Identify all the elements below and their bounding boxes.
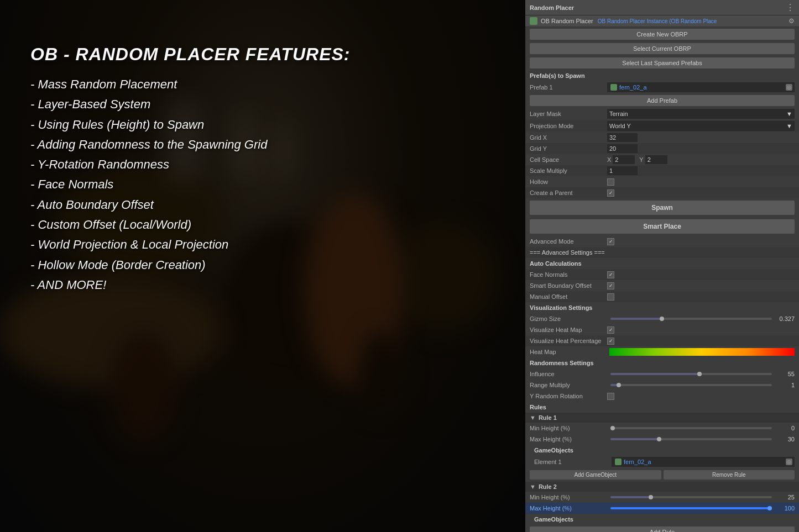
inspector-panel[interactable]: Random Placer ⋮ OB Random Placer OB Rand… (525, 0, 799, 532)
rule1-min-height-row: Min Height (%) 0 (525, 423, 799, 434)
select-last-button[interactable]: Select Last Spawned Prefabs (530, 57, 795, 69)
face-normals-checkbox[interactable] (607, 271, 614, 278)
add-rule-button[interactable]: Add Rule (530, 526, 795, 532)
y-random-label: Y Random Rotation (530, 393, 607, 399)
feature-item: - Adding Randomness to the Spawning Grid (30, 135, 351, 155)
rule1-arrow: ▼ (530, 414, 536, 421)
projection-mode-dropdown[interactable]: World Y ▼ (607, 121, 795, 131)
create-parent-checkbox[interactable] (607, 189, 614, 197)
inspector-menu-icon[interactable]: ⋮ (786, 2, 795, 13)
cell-y-input[interactable] (645, 155, 667, 164)
y-label: Y (639, 156, 643, 163)
prefab1-field[interactable]: fern_02_a ◎ (607, 82, 795, 92)
create-obrp-button[interactable]: Create New OBRP (530, 29, 795, 40)
prefab1-dot[interactable]: ◎ (786, 84, 792, 91)
rule2-arrow: ▼ (530, 483, 536, 490)
rule2-min-height-label: Min Height (%) (530, 494, 607, 501)
scale-multiply-input[interactable] (607, 166, 638, 175)
y-random-row: Y Random Rotation (525, 391, 799, 402)
advanced-mode-checkbox[interactable] (607, 238, 614, 245)
rule2-min-thumb[interactable] (649, 495, 653, 499)
influence-row: Influence 55 (525, 368, 799, 380)
face-normals-row: Face Normals (525, 269, 799, 280)
cell-space-inputs: X Y (607, 155, 795, 164)
gizmo-size-label: Gizmo Size (530, 315, 607, 322)
rule1-element1-icon (615, 459, 622, 465)
rule1-element1-dot[interactable]: ◎ (786, 459, 792, 465)
inspector-title: Random Placer (530, 4, 574, 11)
range-multiply-slider[interactable] (610, 384, 772, 386)
gizmo-size-thumb[interactable] (660, 317, 664, 321)
rule1-element1-label: Element 1 (534, 459, 612, 465)
visualize-heat-pct-checkbox[interactable] (607, 338, 614, 345)
rule1-min-slider[interactable] (610, 427, 772, 429)
scale-multiply-row: Scale Multiply (525, 165, 799, 176)
range-multiply-value: 1 (775, 382, 795, 388)
advanced-mode-label: Advanced Mode (530, 238, 607, 245)
influence-thumb[interactable] (697, 372, 702, 376)
manual-offset-checkbox[interactable] (607, 293, 614, 301)
rule1-min-value: 0 (775, 425, 795, 431)
y-random-checkbox[interactable] (607, 393, 614, 400)
rule2-max-height-label: Max Height (%) (530, 505, 607, 512)
grid-x-input[interactable]: 32 (607, 133, 638, 142)
x-label: X (607, 156, 611, 163)
rule2-header[interactable]: ▼ Rule 2 (525, 482, 799, 492)
rule1-max-height-label: Max Height (%) (530, 436, 607, 443)
heat-map-bar[interactable] (609, 348, 795, 356)
range-multiply-thumb[interactable] (617, 383, 621, 387)
face-normals-label: Face Normals (530, 271, 607, 278)
rule1-element1-row: Element 1 fern_02_a ◎ (525, 456, 799, 468)
scale-multiply-label: Scale Multiply (530, 167, 607, 174)
cell-space-row: Cell Space X Y (525, 154, 799, 165)
rule1-max-slider[interactable] (610, 438, 772, 440)
feature-item: - Y-Rotation Randomness (30, 155, 351, 175)
hollow-checkbox[interactable] (607, 178, 614, 186)
component-settings-icon[interactable]: ⚙ (788, 17, 795, 25)
visualize-heat-pct-row: Visualize Heat Percentage (525, 335, 799, 346)
layer-mask-dropdown[interactable]: Terrain ▼ (607, 109, 795, 119)
hollow-row: Hollow (525, 176, 799, 187)
influence-slider[interactable] (610, 373, 772, 375)
prefab1-label: Prefab 1 (530, 84, 607, 91)
rule1-max-thumb[interactable] (657, 437, 661, 441)
cell-x-input[interactable] (613, 155, 635, 164)
auto-calc-header: Auto Calculations (525, 258, 799, 269)
rule2-min-slider[interactable] (610, 496, 772, 498)
grid-y-input[interactable]: 20 (607, 144, 638, 153)
remove-rule-button[interactable]: Remove Rule (664, 470, 795, 480)
cell-space-label: Cell Space (530, 156, 607, 163)
add-prefab-button[interactable]: Add Prefab (530, 95, 795, 106)
advanced-settings-row: === Advanced Settings === (525, 247, 799, 258)
influence-label: Influence (530, 371, 607, 377)
gizmo-size-slider[interactable] (610, 318, 772, 320)
smart-boundary-checkbox[interactable] (607, 282, 614, 289)
spawn-button[interactable]: Spawn (530, 201, 795, 215)
component-instance: OB Random Placer Instance (OB Random Pla… (598, 18, 786, 24)
component-row: OB Random Placer OB Random Placer Instan… (525, 15, 799, 27)
feature-item: - Layer-Based System (30, 94, 351, 114)
rule2-max-thumb[interactable] (767, 506, 772, 510)
projection-mode-value: World Y (609, 123, 631, 129)
rule1-element1-field[interactable]: fern_02_a ◎ (612, 457, 795, 467)
rule1-max-fill (610, 438, 659, 440)
rule2-max-slider[interactable] (610, 507, 772, 509)
rule1-max-height-row: Max Height (%) 30 (525, 434, 799, 445)
influence-value: 55 (775, 371, 795, 377)
feature-title: OB - RANDOM PLACER FEATURES: (30, 44, 351, 65)
rule1-header[interactable]: ▼ Rule 1 (525, 413, 799, 423)
smart-place-button[interactable]: Smart Place (530, 219, 795, 234)
inspector-header: Random Placer ⋮ (525, 0, 799, 15)
projection-mode-arrow: ▼ (786, 123, 792, 129)
smart-boundary-row: Smart Boundary Offset (525, 280, 799, 291)
add-gameobject-button[interactable]: Add GameObject (530, 470, 661, 480)
visualize-heat-row: Visualize Heat Map (525, 324, 799, 335)
projection-mode-row: Projection Mode World Y ▼ (525, 120, 799, 132)
rule1-min-thumb[interactable] (610, 426, 615, 430)
prefab1-icon (610, 84, 617, 91)
select-current-button[interactable]: Select Current OBRP (530, 43, 795, 54)
prefab1-value: fern_02_a (619, 84, 647, 91)
visualize-heat-checkbox[interactable] (607, 326, 614, 334)
create-parent-label: Create a Parent (530, 189, 607, 196)
grid-y-label: Grid Y (530, 145, 607, 152)
